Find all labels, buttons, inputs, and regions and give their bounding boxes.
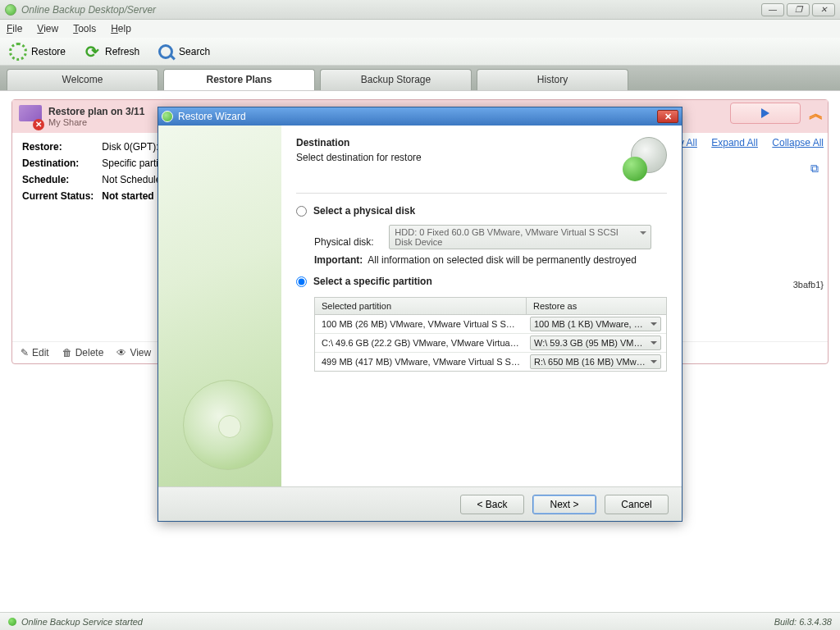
important-label: Important: <box>314 254 363 266</box>
restore-as-combo[interactable]: W:\ 59.3 GB (95 MB) VMwar... <box>530 336 661 350</box>
partition-table: Selected partition Restore as 100 MB (26… <box>314 297 667 372</box>
window-title: Online Backup Desktop/Server <box>21 4 156 16</box>
dialog-buttons: < Back Next > Cancel <box>158 486 682 521</box>
radio-physical-disk[interactable] <box>296 206 307 217</box>
refresh-label: Refresh <box>105 46 139 57</box>
minimize-button[interactable]: — <box>761 3 784 16</box>
dest-heading: Destination <box>296 137 623 148</box>
next-button[interactable]: Next > <box>532 495 596 514</box>
delete-action[interactable]: Delete <box>62 347 104 358</box>
toolbar: Restore ⟳ Refresh Search <box>0 38 840 66</box>
dialog-sidebar <box>158 126 281 486</box>
expand-all-link[interactable]: Expand All <box>711 137 758 148</box>
radio-physical-label[interactable]: Select a physical disk <box>313 205 415 217</box>
destination-label: Destination: <box>22 156 100 171</box>
partition-cell: C:\ 49.6 GB (22.2 GB) VMware, VMware Vir… <box>315 335 527 351</box>
refresh-icon: ⟳ <box>82 42 102 62</box>
status-dot-icon <box>8 618 16 626</box>
partition-cell: 499 MB (417 MB) VMware, VMware Virtual S… <box>315 354 527 370</box>
important-text: All information on selected disk will be… <box>368 254 637 266</box>
restore-label: Restore <box>31 46 66 57</box>
status-bar: Online Backup Service started Build: 6.3… <box>0 612 840 630</box>
maximize-button[interactable]: ❐ <box>787 3 810 16</box>
pencil-icon <box>21 347 29 358</box>
back-button[interactable]: < Back <box>460 495 524 514</box>
search-button[interactable]: Search <box>156 42 210 62</box>
table-row: 100 MB (26 MB) VMware, VMware Virtual S … <box>315 315 666 334</box>
physical-disk-label: Physical disk: <box>314 236 386 248</box>
search-label: Search <box>179 46 210 57</box>
col-selected-partition: Selected partition <box>315 298 527 314</box>
table-row: C:\ 49.6 GB (22.2 GB) VMware, VMware Vir… <box>315 334 666 353</box>
window-titlebar: Online Backup Desktop/Server — ❐ ✕ <box>0 0 840 20</box>
plan-subtitle: My Share <box>48 117 144 127</box>
plan-title: Restore plan on 3/11 <box>48 106 144 117</box>
build-version: 6.3.4.38 <box>799 617 832 627</box>
view-action[interactable]: View <box>116 347 151 358</box>
restore-label: Restore: <box>22 139 100 154</box>
copy-icon[interactable]: ⧉ <box>810 162 819 176</box>
guid-fragment: 3bafb1} <box>793 280 824 290</box>
tab-strip: Welcome Restore Plans Backup Storage His… <box>0 66 840 90</box>
tab-history[interactable]: History <box>477 69 628 90</box>
status-text: Online Backup Service started <box>21 617 143 627</box>
refresh-button[interactable]: ⟳ Refresh <box>82 42 139 62</box>
partition-cell: 100 MB (26 MB) VMware, VMware Virtual S … <box>315 316 527 332</box>
eye-icon <box>116 347 126 358</box>
table-row: 499 MB (417 MB) VMware, VMware Virtual S… <box>315 353 666 371</box>
dialog-content: Destination Select destination for resto… <box>281 126 682 486</box>
menu-bar: File View Tools Help <box>0 20 840 38</box>
tab-backup-storage[interactable]: Backup Storage <box>320 69 472 90</box>
menu-view[interactable]: View <box>37 23 58 34</box>
radio-partition-label[interactable]: Select a specific partition <box>313 276 432 287</box>
disc-graphic-icon <box>183 380 273 470</box>
play-icon <box>761 108 769 118</box>
plan-status-icon: ✕ <box>19 105 42 128</box>
tab-welcome[interactable]: Welcome <box>7 69 158 90</box>
col-restore-as: Restore as <box>527 298 666 314</box>
physical-disk-combo[interactable]: HDD: 0 Fixed 60.0 GB VMware, VMware Virt… <box>389 225 651 249</box>
schedule-label: Schedule: <box>22 172 100 187</box>
restore-button[interactable]: Restore <box>8 42 66 62</box>
restore-as-combo[interactable]: R:\ 650 MB (16 MB) VMware... <box>530 354 661 369</box>
restore-wizard-dialog: Restore Wizard ✕ Destination Select dest… <box>158 107 682 522</box>
dest-graphic-icon <box>623 137 667 181</box>
status-label: Current Status: <box>22 189 100 203</box>
restore-as-combo[interactable]: 100 MB (1 KB) VMware, VMware <box>530 317 661 331</box>
edit-action[interactable]: Edit <box>21 347 49 358</box>
run-plan-button[interactable] <box>730 103 801 124</box>
menu-file[interactable]: File <box>7 23 22 34</box>
trash-icon <box>62 347 72 358</box>
dialog-close-button[interactable]: ✕ <box>657 110 678 123</box>
dialog-titlebar: Restore Wizard ✕ <box>158 107 682 126</box>
right-controls: ︽ <box>730 103 824 124</box>
dialog-title: Restore Wizard <box>178 111 246 122</box>
collapse-chevron-icon[interactable]: ︽ <box>809 103 824 123</box>
menu-help[interactable]: Help <box>111 23 131 34</box>
radio-specific-partition[interactable] <box>296 276 307 287</box>
cancel-button[interactable]: Cancel <box>605 495 669 514</box>
app-icon <box>5 4 16 16</box>
search-icon <box>156 42 176 62</box>
collapse-all-link[interactable]: Collapse All <box>772 137 824 148</box>
dialog-icon <box>162 111 173 122</box>
restore-icon <box>8 42 28 62</box>
close-button[interactable]: ✕ <box>812 3 835 16</box>
tab-restore-plans[interactable]: Restore Plans <box>163 69 315 90</box>
dest-subheading: Select destination for restore <box>296 152 623 163</box>
menu-tools[interactable]: Tools <box>73 23 96 34</box>
build-label: Build: <box>774 617 797 627</box>
